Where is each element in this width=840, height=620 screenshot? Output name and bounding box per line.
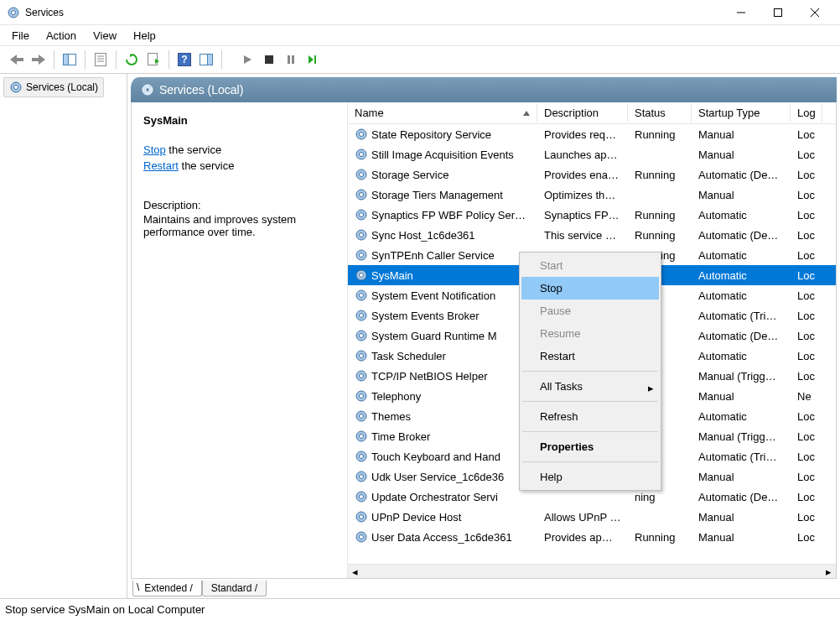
cell-name: Task Scheduler bbox=[348, 347, 537, 364]
gear-icon bbox=[355, 490, 368, 503]
showhide-action-pane-button[interactable] bbox=[196, 49, 216, 70]
svg-point-67 bbox=[360, 475, 364, 479]
cell-startup: Automatic bbox=[692, 268, 791, 284]
table-row[interactable]: Still Image Acquisition EventsLaunches a… bbox=[348, 144, 836, 164]
scroll-left-icon[interactable]: ◂ bbox=[348, 565, 362, 579]
table-row[interactable]: Synaptics FP WBF Policy Ser…Synaptics FP… bbox=[348, 205, 836, 225]
svg-point-28 bbox=[14, 86, 18, 90]
menu-view[interactable]: View bbox=[85, 27, 125, 44]
svg-point-1 bbox=[12, 10, 16, 14]
cell-startup: Automatic (De… bbox=[692, 167, 791, 183]
ctx-help[interactable]: Help bbox=[521, 466, 659, 488]
cell-startup: Automatic (Tri… bbox=[692, 308, 791, 324]
cell-status bbox=[628, 153, 692, 156]
table-row[interactable]: Storage Tiers ManagementOptimizes th…Man… bbox=[348, 185, 836, 205]
properties-button[interactable] bbox=[91, 49, 111, 70]
menu-help[interactable]: Help bbox=[125, 27, 164, 44]
svg-rect-10 bbox=[96, 54, 106, 66]
service-list[interactable]: Name Description Status Startup Type Log… bbox=[348, 102, 836, 578]
cell-startup: Automatic (De… bbox=[692, 328, 791, 344]
column-log-on-as[interactable]: Log bbox=[791, 103, 822, 122]
cell-logon: Loc bbox=[791, 449, 822, 465]
nav-forward-button[interactable] bbox=[29, 49, 49, 70]
table-row[interactable]: UPnP Device HostAllows UPnP …ManualLoc bbox=[348, 507, 836, 527]
minimize-button[interactable] bbox=[723, 1, 760, 24]
ctx-all-tasks[interactable]: All Tasks▸ bbox=[521, 375, 659, 398]
svg-marker-21 bbox=[244, 55, 251, 64]
nav-back-button[interactable] bbox=[7, 49, 27, 70]
column-headers: Name Description Status Startup Type Log bbox=[348, 102, 836, 124]
scroll-right-icon[interactable]: ▸ bbox=[822, 565, 836, 579]
cell-logon: Loc bbox=[791, 227, 822, 243]
tree-services-local[interactable]: Services (Local) bbox=[3, 77, 104, 97]
menu-file[interactable]: File bbox=[3, 27, 38, 44]
gear-icon bbox=[141, 83, 154, 96]
panel-title: Services (Local) bbox=[159, 83, 243, 96]
ctx-restart[interactable]: Restart bbox=[521, 345, 659, 367]
gear-icon bbox=[355, 389, 368, 403]
ctx-refresh[interactable]: Refresh bbox=[521, 405, 659, 428]
horizontal-scrollbar[interactable]: ◂ ▸ bbox=[348, 564, 836, 578]
cell-startup: Automatic bbox=[692, 409, 791, 425]
column-status[interactable]: Status bbox=[628, 103, 692, 122]
cell-name: Storage Tiers Management bbox=[348, 186, 537, 203]
cell-description: Synaptics FP… bbox=[537, 207, 628, 223]
gear-icon bbox=[355, 369, 368, 383]
restart-service-button[interactable] bbox=[303, 49, 323, 70]
cell-logon: Loc bbox=[791, 429, 822, 445]
table-row[interactable]: State Repository ServiceProvides req…Run… bbox=[348, 124, 836, 144]
ctx-resume: Resume bbox=[521, 322, 659, 345]
cell-name: State Repository Service bbox=[348, 126, 537, 143]
gear-icon bbox=[355, 168, 368, 181]
close-button[interactable] bbox=[796, 1, 833, 24]
ctx-pause: Pause bbox=[521, 300, 659, 322]
pause-service-button[interactable] bbox=[281, 49, 301, 70]
tab-standard[interactable]: Standard / bbox=[202, 581, 267, 597]
stop-link[interactable]: Stop bbox=[143, 143, 166, 156]
cell-status: Running bbox=[628, 167, 692, 183]
restart-link[interactable]: Restart bbox=[143, 159, 179, 172]
svg-marker-25 bbox=[309, 55, 314, 64]
cell-name: UPnP Device Host bbox=[348, 508, 537, 525]
maximize-button[interactable] bbox=[760, 1, 796, 24]
export-button[interactable] bbox=[143, 49, 163, 70]
cell-logon: Loc bbox=[791, 187, 822, 203]
table-row[interactable]: User Data Access_1c6de361Provides ap…Run… bbox=[348, 527, 836, 547]
console-tree[interactable]: Services (Local) bbox=[0, 74, 127, 598]
cell-description: Provides req… bbox=[537, 127, 628, 143]
menu-action[interactable]: Action bbox=[38, 27, 85, 44]
column-description[interactable]: Description bbox=[537, 103, 628, 122]
table-row[interactable]: Storage ServiceProvides ena…RunningAutom… bbox=[348, 164, 836, 185]
cell-logon: Loc bbox=[791, 308, 822, 324]
showhide-tree-button[interactable] bbox=[60, 49, 80, 70]
ctx-stop[interactable]: Stop bbox=[521, 277, 659, 300]
cell-logon: Loc bbox=[791, 409, 822, 425]
cell-name: Time Broker bbox=[348, 428, 537, 445]
svg-point-57 bbox=[360, 374, 364, 378]
svg-point-37 bbox=[360, 173, 364, 177]
start-service-button[interactable] bbox=[237, 49, 257, 70]
refresh-button[interactable] bbox=[122, 49, 142, 70]
tab-extended[interactable]: \Extended / bbox=[132, 581, 202, 597]
column-name[interactable]: Name bbox=[348, 103, 537, 122]
toolbar: ? bbox=[0, 45, 840, 74]
cell-description: Launches ap… bbox=[537, 147, 628, 163]
cell-description: Provides ap… bbox=[537, 529, 628, 545]
gear-icon bbox=[355, 248, 368, 262]
cell-status bbox=[628, 515, 692, 518]
svg-point-69 bbox=[360, 495, 364, 499]
stop-service-button[interactable] bbox=[259, 49, 279, 70]
table-row[interactable]: Sync Host_1c6de361This service …RunningA… bbox=[348, 225, 836, 245]
ctx-properties[interactable]: Properties bbox=[521, 435, 659, 458]
gear-icon bbox=[355, 188, 368, 201]
svg-point-47 bbox=[360, 274, 364, 278]
cell-name: Storage Service bbox=[348, 166, 537, 183]
cell-name: SynTPEnh Caller Service bbox=[348, 247, 537, 263]
cell-name: Telephony bbox=[348, 388, 537, 404]
gear-icon bbox=[355, 409, 368, 423]
cell-name: System Guard Runtime M bbox=[348, 327, 537, 344]
column-startup-type[interactable]: Startup Type bbox=[692, 103, 791, 122]
help-button[interactable]: ? bbox=[174, 49, 194, 70]
menu-bar: File Action View Help bbox=[0, 25, 840, 45]
cell-startup: Manual bbox=[692, 127, 791, 143]
